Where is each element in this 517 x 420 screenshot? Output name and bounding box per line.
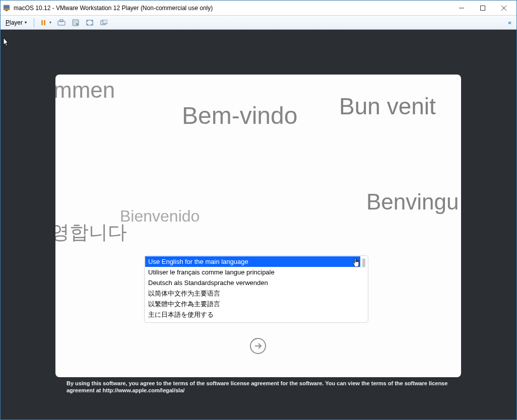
welcome-word: Benvingu bbox=[366, 189, 459, 215]
language-option[interactable]: Deutsch als Standardsprache verwenden bbox=[145, 277, 360, 288]
fullscreen-button[interactable] bbox=[84, 18, 96, 28]
svg-rect-2 bbox=[6, 10, 8, 11]
disk-icon bbox=[72, 19, 80, 27]
collapse-toolbar-button[interactable]: « bbox=[505, 19, 514, 26]
toolbar: Player ▾ ▾ bbox=[1, 16, 516, 30]
svg-point-12 bbox=[76, 23, 78, 25]
arrow-right-icon bbox=[253, 341, 263, 351]
snapshot-button[interactable] bbox=[70, 18, 82, 28]
language-selector: Use English for the main language Utilis… bbox=[144, 255, 368, 323]
title-bar[interactable]: macOS 10.12 - VMware Workstation 12 Play… bbox=[1, 1, 516, 16]
pause-icon bbox=[39, 19, 47, 27]
chevron-left-icon: « bbox=[508, 19, 511, 26]
toolbar-separator bbox=[34, 18, 34, 27]
dropdown-arrow-icon: ▾ bbox=[25, 20, 27, 25]
language-option[interactable]: 以简体中文作为主要语言 bbox=[145, 288, 360, 299]
welcome-word: Bienvenido bbox=[120, 207, 200, 226]
language-option[interactable]: 以繁體中文作為主要語言 bbox=[145, 299, 360, 309]
player-menu-button[interactable]: Player ▾ bbox=[3, 18, 30, 27]
macos-setup-panel: mmen Bem-vindo Bun venit Bienvenido 영합니다… bbox=[55, 75, 461, 377]
unity-icon bbox=[100, 19, 108, 27]
svg-rect-1 bbox=[4, 6, 9, 9]
close-button[interactable] bbox=[493, 1, 514, 15]
unity-button[interactable] bbox=[98, 18, 110, 28]
svg-rect-15 bbox=[103, 20, 107, 24]
fullscreen-icon bbox=[86, 19, 94, 27]
keyboard-icon bbox=[57, 19, 66, 27]
pause-button[interactable]: ▾ bbox=[37, 18, 53, 28]
license-agreement-text: By using this software, you agree to the… bbox=[67, 380, 451, 394]
language-option[interactable]: Utiliser le français comme langue princi… bbox=[145, 267, 360, 277]
vmware-app-icon bbox=[3, 4, 11, 12]
application-window: macOS 10.12 - VMware Workstation 12 Play… bbox=[0, 0, 517, 420]
language-option[interactable]: 主に日本語を使用する bbox=[145, 309, 360, 320]
svg-rect-7 bbox=[41, 20, 43, 25]
window-title: macOS 10.12 - VMware Workstation 12 Play… bbox=[14, 5, 451, 12]
vm-display[interactable]: mmen Bem-vindo Bun venit Bienvenido 영합니다… bbox=[1, 30, 516, 419]
language-list[interactable]: Use English for the main language Utilis… bbox=[145, 256, 361, 322]
scrollbar-thumb[interactable] bbox=[362, 258, 365, 267]
send-ctrl-alt-del-button[interactable] bbox=[55, 18, 68, 28]
language-option[interactable]: Use English for the main language bbox=[145, 256, 360, 267]
welcome-word: mmen bbox=[55, 78, 115, 103]
continue-button[interactable] bbox=[250, 338, 266, 354]
svg-rect-8 bbox=[44, 20, 45, 25]
language-option[interactable]: Usar español como idioma principal bbox=[145, 320, 360, 322]
welcome-word: 영합니다 bbox=[55, 220, 127, 245]
minimize-button[interactable] bbox=[451, 1, 472, 15]
welcome-word: Bem-vindo bbox=[182, 102, 297, 129]
svg-rect-4 bbox=[481, 6, 485, 10]
maximize-button[interactable] bbox=[472, 1, 493, 15]
dropdown-arrow-icon: ▾ bbox=[49, 20, 51, 25]
welcome-word: Bun venit bbox=[339, 93, 436, 120]
arrow-cursor-icon bbox=[3, 37, 10, 49]
window-controls bbox=[451, 1, 514, 15]
scrollbar[interactable] bbox=[361, 256, 368, 322]
